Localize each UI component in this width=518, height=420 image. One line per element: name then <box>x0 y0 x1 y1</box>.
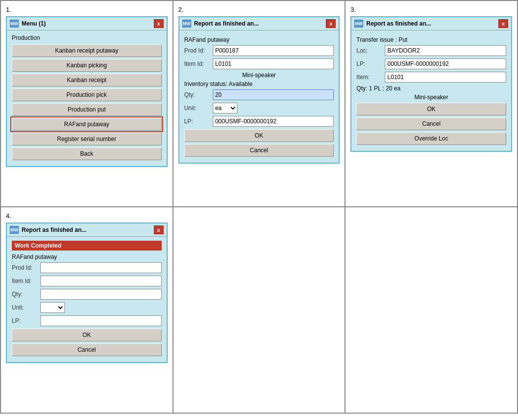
menu-item-kanban-receipt[interactable]: Kanban receipt <box>12 74 162 86</box>
form3-row-loc: Loc: <box>356 45 506 56</box>
cancel-button-3[interactable]: Cancel <box>356 117 506 130</box>
titlebar-4: MW Report as finished an... x <box>7 224 167 237</box>
window-title-2: Report as finished an... <box>194 20 259 27</box>
form3-middle-text: Mini-speaker <box>356 94 506 101</box>
override-loc-button-3[interactable]: Override Loc <box>356 132 506 145</box>
form3-row-lp: LP: <box>356 58 506 69</box>
form4-row-itemid: Item Id: <box>12 276 162 286</box>
window-body-3: Transfer issue : Put Loc: LP: Item: Qty:… <box>351 30 511 151</box>
label-loc-3: Loc: <box>356 47 385 54</box>
grid-cell-2: 2. MW Report as finished an... x RAFand … <box>173 0 345 207</box>
close-button-1[interactable]: x <box>154 19 164 28</box>
form2-middle-text: Mini-speaker <box>184 72 334 79</box>
label-qty-2: Qty: <box>184 91 213 98</box>
menu-item-rafand-putaway[interactable]: RAFand putaway <box>12 118 162 131</box>
grid-cell-4: 4. MW Report as finished an... x Work Co… <box>0 207 173 413</box>
step-number-3: 3. <box>350 6 512 13</box>
form2-row-itemid: Item Id: <box>184 58 334 69</box>
form4-section-label: RAFand putaway <box>12 253 162 260</box>
form4-row-lp: LP: <box>12 315 162 326</box>
window-3: MW Report as finished an... x Transfer i… <box>350 16 512 152</box>
label-item-3: Item: <box>356 74 385 81</box>
menu-item-production-put[interactable]: Production put <box>12 103 162 116</box>
label-prodid-2: Prod Id: <box>184 47 213 54</box>
ok-button-4[interactable]: OK <box>12 329 162 341</box>
input-qty-2[interactable] <box>213 89 334 100</box>
input-loc-3[interactable] <box>385 45 506 56</box>
label-lp-2: LP: <box>184 118 213 125</box>
titlebar-3: MW Report as finished an... x <box>351 17 511 30</box>
window-title-3: Report as finished an... <box>366 20 431 27</box>
window-2: MW Report as finished an... x RAFand put… <box>178 16 340 164</box>
form2-row-lp: LP: <box>184 116 334 127</box>
window-body-2: RAFand putaway Prod Id: Item Id: Mini-sp… <box>179 30 339 163</box>
input-prodid-4[interactable] <box>40 262 162 273</box>
label-prodid-4: Prod Id: <box>12 264 40 271</box>
window-title-1: Menu (1) <box>22 20 46 27</box>
form4-row-unit: Unit: <box>12 302 162 313</box>
close-button-3[interactable]: x <box>498 19 508 28</box>
titlebar-2: MW Report as finished an... x <box>179 17 339 30</box>
close-button-4[interactable]: x <box>154 225 164 234</box>
ok-button-3[interactable]: OK <box>356 103 506 115</box>
form3-row-item: Item: <box>356 72 506 83</box>
window-4: MW Report as finished an... x Work Compl… <box>6 223 168 363</box>
window-title-4: Report as finished an... <box>22 226 86 233</box>
input-qty-4[interactable] <box>40 289 162 300</box>
cancel-button-4[interactable]: Cancel <box>12 343 162 356</box>
select-unit-2[interactable]: ea <box>213 103 237 113</box>
grid-cell-1: 1. MW Menu (1) x Production Kanban recei… <box>0 0 173 207</box>
form3-qty-text: Qty: 1 PL ; 20 ea <box>356 85 506 92</box>
form4-row-prodid: Prod Id: <box>12 262 162 273</box>
close-button-2[interactable]: x <box>326 19 336 28</box>
cancel-button-2[interactable]: Cancel <box>184 144 334 157</box>
window-icon-4: MW <box>10 226 19 234</box>
input-lp-3[interactable] <box>385 58 506 69</box>
form2-row-prodid: Prod Id: <box>184 45 334 56</box>
menu-item-kanban-picking[interactable]: Kanban picking <box>12 59 162 72</box>
input-itemid-4[interactable] <box>40 276 162 286</box>
ok-button-2[interactable]: OK <box>184 129 334 142</box>
form3-section-label: Transfer issue : Put <box>356 36 506 43</box>
menu-item-register-serial[interactable]: Register serial number <box>12 133 162 145</box>
window-icon-3: MW <box>354 20 363 28</box>
menu-item-back[interactable]: Back <box>12 147 162 160</box>
grid-cell-3: 3. MW Report as finished an... x Transfe… <box>345 0 518 207</box>
label-lp-3: LP: <box>356 60 385 67</box>
window-1: MW Menu (1) x Production Kanban receipt … <box>6 16 168 167</box>
input-item-3[interactable] <box>385 72 506 83</box>
menu-item-kanban-receipt-putaway[interactable]: Kanban receipt putaway <box>12 44 162 57</box>
window-icon-2: MW <box>182 20 191 28</box>
menu-item-production-pick[interactable]: Production pick <box>12 88 162 101</box>
menu-section-label: Production <box>12 34 162 41</box>
step-number-1: 1. <box>6 6 168 13</box>
input-lp-2[interactable] <box>213 116 334 127</box>
form2-middle-text2: Inventory status: Available <box>184 81 334 87</box>
form2-row-unit: Unit: ea <box>184 103 334 113</box>
step-number-4: 4. <box>6 212 168 220</box>
label-lp-4: LP: <box>12 317 40 324</box>
work-completed-bar: Work Completed <box>12 241 162 251</box>
label-unit-4: Unit: <box>12 304 40 311</box>
titlebar-1: MW Menu (1) x <box>7 17 167 30</box>
grid-cell-5 <box>173 207 345 413</box>
input-lp-4[interactable] <box>40 315 162 326</box>
form4-row-qty: Qty: <box>12 289 162 300</box>
window-icon-1: MW <box>10 20 19 28</box>
select-unit-4[interactable] <box>40 302 65 313</box>
window-body-4: Work Completed RAFand putaway Prod Id: I… <box>7 237 167 362</box>
label-itemid-4: Item Id: <box>12 278 40 284</box>
input-itemid-2[interactable] <box>213 58 334 69</box>
label-unit-2: Unit: <box>184 105 213 112</box>
label-qty-4: Qty: <box>12 291 40 298</box>
form2-section-label: RAFand putaway <box>184 36 334 43</box>
step-number-2: 2. <box>178 6 340 13</box>
label-itemid-2: Item Id: <box>184 60 213 67</box>
grid-cell-6 <box>345 207 518 413</box>
window-body-1: Production Kanban receipt putaway Kanban… <box>7 30 167 166</box>
input-prodid-2[interactable] <box>213 45 334 56</box>
form2-row-qty: Qty: <box>184 89 334 100</box>
